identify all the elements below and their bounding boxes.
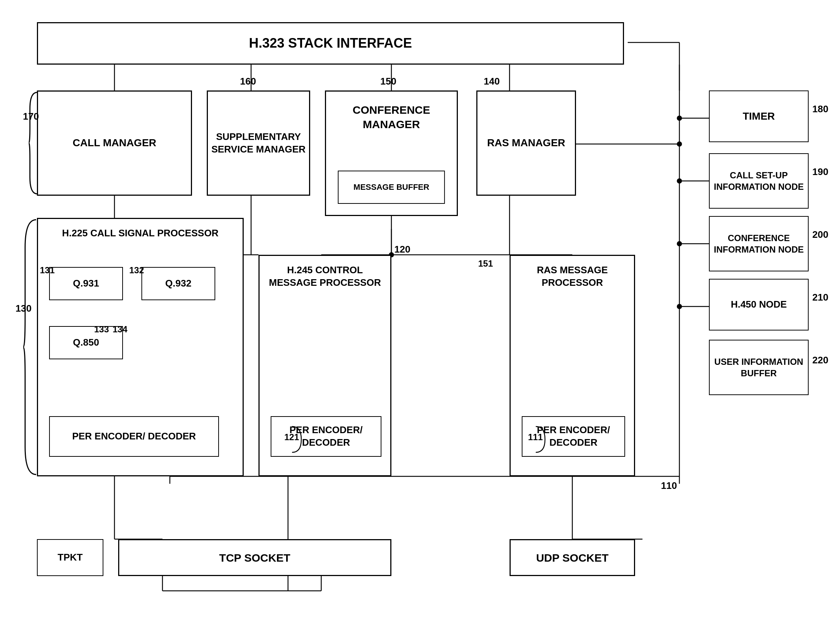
user-info-label: USER INFORMATION BUFFER xyxy=(710,356,808,379)
h323-stack-label: H.323 STACK INTERFACE xyxy=(249,35,412,52)
label-110: 110 xyxy=(661,480,677,491)
per-encoder-1-label: PER ENCODER/ DECODER xyxy=(72,430,196,443)
svg-point-27 xyxy=(677,241,682,246)
ras-message-box: RAS MESSAGE PROCESSOR PER ENCODER/ DECOD… xyxy=(510,255,635,477)
bracket-130 xyxy=(21,218,40,477)
label-133: 133 xyxy=(94,324,109,335)
h245-label: H.245 CONTROL MESSAGE PROCESSOR xyxy=(266,264,384,289)
supplementary-service-label: SUPPLEMENTARY SERVICE MANAGER xyxy=(208,131,309,156)
label-220: 220 xyxy=(812,354,828,366)
label-150: 150 xyxy=(380,76,396,87)
svg-point-25 xyxy=(677,116,682,121)
label-180: 180 xyxy=(812,103,828,115)
ras-manager-label: RAS MANAGER xyxy=(487,136,565,150)
label-132: 132 xyxy=(129,265,144,275)
tcp-socket-box: TCP SOCKET xyxy=(118,539,391,576)
q850-label: Q.850 xyxy=(73,336,99,349)
h225-outer-box: H.225 CALL SIGNAL PROCESSOR Q.931 Q.932 … xyxy=(37,218,244,477)
q932-box: Q.932 xyxy=(142,267,215,300)
q850-box: Q.850 xyxy=(49,326,123,359)
udp-socket-label: UDP SOCKET xyxy=(536,551,608,565)
h245-box: H.245 CONTROL MESSAGE PROCESSOR PER ENCO… xyxy=(259,255,391,477)
timer-box: TIMER xyxy=(709,90,809,142)
conference-info-box: CONFERENCE INFORMATION NODE xyxy=(709,216,809,271)
label-140: 140 xyxy=(484,76,500,87)
label-200: 200 xyxy=(812,229,828,240)
label-210: 210 xyxy=(812,292,828,303)
bracket-111 xyxy=(534,425,549,454)
label-190: 190 xyxy=(812,166,828,178)
label-160: 160 xyxy=(240,76,256,87)
call-setup-box: CALL SET-UP INFORMATION NODE xyxy=(709,153,809,209)
ras-manager-box: RAS MANAGER xyxy=(476,90,576,196)
label-151: 151 xyxy=(478,259,493,269)
diagram: H.323 STACK INTERFACE CALL MANAGER SUPPL… xyxy=(0,0,833,644)
label-120: 120 xyxy=(394,244,410,255)
h450-node-label: H.450 NODE xyxy=(731,298,787,311)
h450-node-box: H.450 NODE xyxy=(709,279,809,330)
conference-manager-label: CONFERENCE MANAGER xyxy=(333,103,450,132)
call-manager-box: CALL MANAGER xyxy=(37,90,192,196)
bracket-170 xyxy=(28,90,39,196)
q932-label: Q.932 xyxy=(166,277,191,290)
message-buffer-box: MESSAGE BUFFER xyxy=(338,171,445,204)
message-buffer-label: MESSAGE BUFFER xyxy=(353,182,429,193)
supplementary-service-box: SUPPLEMENTARY SERVICE MANAGER xyxy=(207,90,310,196)
conference-info-label: CONFERENCE INFORMATION NODE xyxy=(710,232,808,255)
call-setup-label: CALL SET-UP INFORMATION NODE xyxy=(710,169,808,192)
svg-point-34 xyxy=(677,142,682,147)
per-encoder-1-box: PER ENCODER/ DECODER xyxy=(49,416,219,457)
tpkt-label: TPKT xyxy=(58,551,83,564)
ras-message-label: RAS MESSAGE PROCESSOR xyxy=(517,264,628,289)
label-134: 134 xyxy=(113,324,127,335)
tcp-socket-label: TCP SOCKET xyxy=(219,551,291,565)
label-131: 131 xyxy=(40,265,55,275)
q931-label: Q.931 xyxy=(73,277,99,290)
call-manager-label: CALL MANAGER xyxy=(73,136,156,150)
svg-point-26 xyxy=(677,178,682,184)
bracket-121 xyxy=(290,425,305,454)
conference-manager-box: CONFERENCE MANAGER MESSAGE BUFFER xyxy=(325,90,458,216)
tpkt-box: TPKT xyxy=(37,539,103,576)
h323-stack-box: H.323 STACK INTERFACE xyxy=(37,22,624,64)
h225-label: H.225 CALL SIGNAL PROCESSOR xyxy=(48,227,233,240)
svg-point-28 xyxy=(677,304,682,309)
timer-label: TIMER xyxy=(743,109,775,123)
q931-box: Q.931 xyxy=(49,267,123,300)
udp-socket-box: UDP SOCKET xyxy=(510,539,635,576)
user-info-box: USER INFORMATION BUFFER xyxy=(709,340,809,395)
